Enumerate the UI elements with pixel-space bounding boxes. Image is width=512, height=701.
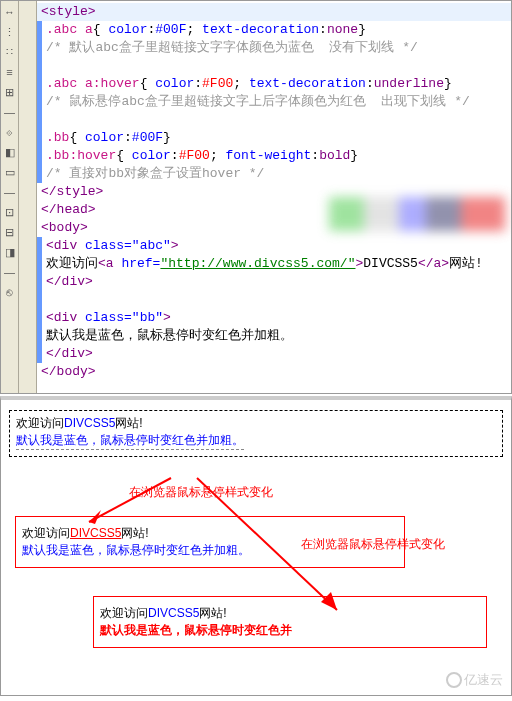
code-text-area[interactable]: <style> .abc a{ color:#00F; text-decorat… [37, 1, 511, 393]
code-line: </style> [37, 183, 511, 201]
browser-preview: 欢迎访问DIVCSS5网站! 默认我是蓝色，鼠标悬停时变红色并加粗。 在浏览器鼠… [0, 396, 512, 696]
preview-link-hovered[interactable]: DIVCSS5 [70, 526, 121, 540]
gutter-icon[interactable]: ⊡ [3, 205, 17, 219]
preview-bb-hover-state: 欢迎访问DIVCSS5网站! 默认我是蓝色，鼠标悬停时变红色并 [93, 596, 487, 648]
watermark: 亿速云 [446, 671, 503, 689]
code-editor: ↔ ⋮ ∷ ≡ ⊞ — ⟐ ◧ ▭ — ⊡ ⊟ ◨ — ⎋ <style> .a… [0, 0, 512, 394]
code-line [37, 291, 511, 309]
gutter-icon[interactable]: ⊞ [3, 85, 17, 99]
code-line: /* 鼠标悬停abc盒子里超链接文字上后字体颜色为红色 出现下划线 */ [37, 93, 511, 111]
code-line: 默认我是蓝色，鼠标悬停时变红色并加粗。 [37, 327, 511, 345]
code-line: </head> [37, 201, 511, 219]
code-line: .abc a:hover{ color:#F00; text-decoratio… [37, 75, 511, 93]
gutter-icon[interactable]: ◨ [3, 245, 17, 259]
code-line [37, 111, 511, 129]
code-line: <div class="bb"> [37, 309, 511, 327]
gutter-icon[interactable]: ⋮ [3, 25, 17, 39]
code-line [37, 57, 511, 75]
preview-link[interactable]: DIVCSS5 [148, 606, 199, 620]
editor-gutter-left: ↔ ⋮ ∷ ≡ ⊞ — ⟐ ◧ ▭ — ⊡ ⊟ ◨ — ⎋ [1, 1, 19, 393]
preview-link-hover-state: 欢迎访问DIVCSS5网站! 默认我是蓝色，鼠标悬停时变红色并加粗。 [15, 516, 405, 568]
code-line: /* 直接对bb对象盒子设置hover */ [37, 165, 511, 183]
code-line: </div> [37, 345, 511, 363]
code-line: <style> [37, 3, 511, 21]
preview-default-state: 欢迎访问DIVCSS5网站! 默认我是蓝色，鼠标悬停时变红色并加粗。 [9, 410, 503, 457]
gutter-icon[interactable]: ∷ [3, 45, 17, 59]
preview-line-1: 欢迎访问DIVCSS5网站! [16, 415, 496, 432]
code-line: 欢迎访问<a href="http://www.divcss5.com/">DI… [37, 255, 511, 273]
gutter-sep: — [3, 265, 17, 279]
preview-link[interactable]: DIVCSS5 [64, 416, 115, 430]
gutter-icon[interactable]: ↔ [3, 5, 17, 19]
code-line: .bb{ color:#00F} [37, 129, 511, 147]
code-line: </div> [37, 273, 511, 291]
code-line: /* 默认abc盒子里超链接文字字体颜色为蓝色 没有下划线 */ [37, 39, 511, 57]
code-line: <div class="abc"> [37, 237, 511, 255]
preview-line-1: 欢迎访问DIVCSS5网站! [22, 525, 398, 542]
gutter-sep: — [3, 105, 17, 119]
preview-line-2-hovered: 默认我是蓝色，鼠标悬停时变红色并 [100, 622, 480, 639]
code-line: </body> [37, 363, 511, 381]
gutter-icon[interactable]: ⟐ [3, 125, 17, 139]
gutter-icon[interactable]: ⊟ [3, 225, 17, 239]
code-line: <body> [37, 219, 511, 237]
preview-line-1: 欢迎访问DIVCSS5网站! [100, 605, 480, 622]
gutter-icon[interactable]: ▭ [3, 165, 17, 179]
gutter-sep: — [3, 185, 17, 199]
gutter-icon[interactable]: ⎋ [3, 285, 17, 299]
code-line: .abc a{ color:#00F; text-decoration:none… [37, 21, 511, 39]
watermark-icon [446, 672, 462, 688]
annotation-text: 在浏览器鼠标悬停样式变化 [129, 484, 273, 501]
gutter-icon[interactable]: ≡ [3, 65, 17, 79]
preview-line-2: 默认我是蓝色，鼠标悬停时变红色并加粗。 [22, 542, 398, 559]
gutter-icon[interactable]: ◧ [3, 145, 17, 159]
preview-line-2: 默认我是蓝色，鼠标悬停时变红色并加粗。 [16, 432, 244, 450]
editor-gutter-fold [19, 1, 37, 393]
code-line: .bb:hover{ color:#F00; font-weight:bold} [37, 147, 511, 165]
